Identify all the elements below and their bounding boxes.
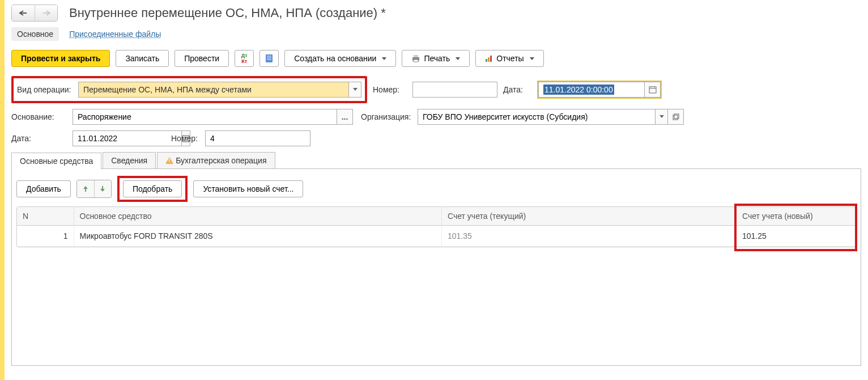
outer-sidebar bbox=[0, 0, 5, 370]
detail-tabs: Основные средства Сведения Бухгалтерская… bbox=[11, 152, 861, 169]
number-input[interactable] bbox=[412, 82, 497, 98]
cell-acc-new: 101.25 bbox=[737, 226, 856, 247]
col-acc-new[interactable]: Счет учета (новый) bbox=[737, 207, 856, 226]
calendar-icon bbox=[649, 86, 657, 94]
assets-table: N Основное средство Счет учета (текущий)… bbox=[16, 206, 856, 247]
arrow-down-icon bbox=[100, 185, 105, 192]
number2-label: Номер: bbox=[171, 134, 205, 143]
org-select-arrow[interactable] bbox=[656, 109, 668, 125]
tab-acc-op[interactable]: Бухгалтерская операция bbox=[157, 152, 275, 168]
nav-back-button[interactable] bbox=[12, 5, 35, 21]
svg-rect-10 bbox=[649, 87, 656, 93]
tab-info[interactable]: Сведения bbox=[103, 152, 156, 168]
svg-rect-6 bbox=[414, 60, 418, 62]
top-tab-files[interactable]: Присоединенные файлы bbox=[69, 27, 161, 41]
op-type-select-arrow[interactable] bbox=[349, 82, 361, 98]
basis-dots-button[interactable]: ... bbox=[337, 109, 353, 125]
post-button[interactable]: Провести bbox=[175, 50, 229, 67]
col-n[interactable]: N bbox=[17, 207, 74, 226]
set-new-account-button[interactable]: Установить новый счет... bbox=[193, 180, 303, 197]
reports-icon bbox=[485, 54, 493, 62]
svg-rect-7 bbox=[486, 59, 487, 62]
create-from-button[interactable]: Создать на основании bbox=[284, 50, 396, 67]
svg-rect-0 bbox=[266, 54, 273, 62]
svg-rect-9 bbox=[490, 56, 492, 62]
list-icon bbox=[265, 54, 273, 63]
list-icon-button[interactable] bbox=[259, 50, 279, 67]
dt-kt-button[interactable]: ДтКт bbox=[235, 50, 254, 67]
svg-rect-5 bbox=[414, 55, 418, 57]
top-tab-links: Основное Присоединенные файлы bbox=[11, 27, 861, 41]
cell-asset: Микроавтобус FORD TRANSIT 280S bbox=[74, 226, 442, 247]
table-toolbar: Добавить Подобрать Установить новый счет… bbox=[12, 169, 861, 206]
dt-kt-icon: ДтКт bbox=[241, 53, 248, 64]
save-button[interactable]: Записать bbox=[116, 50, 169, 67]
tab-assets[interactable]: Основные средства bbox=[11, 153, 101, 169]
number-label: Номер: bbox=[373, 85, 407, 94]
nav-forward-button[interactable] bbox=[35, 5, 57, 21]
arrow-left-icon bbox=[19, 10, 28, 16]
op-type-highlight: Вид операции: Перемещение ОС, НМА, НПА м… bbox=[11, 76, 367, 103]
svg-rect-15 bbox=[674, 114, 679, 119]
col-asset[interactable]: Основное средство bbox=[74, 207, 442, 226]
date-calendar-button[interactable] bbox=[645, 82, 661, 98]
basis-label: Основание: bbox=[11, 112, 73, 121]
move-up-button[interactable] bbox=[77, 180, 94, 197]
move-row-group bbox=[76, 180, 112, 198]
warning-icon bbox=[165, 157, 173, 164]
arrow-up-icon bbox=[83, 185, 88, 192]
basis-input[interactable] bbox=[73, 109, 337, 125]
col-acc-current[interactable]: Счет учета (текущий) bbox=[442, 207, 737, 226]
org-input[interactable] bbox=[418, 109, 656, 125]
pick-button[interactable]: Подобрать bbox=[123, 180, 182, 197]
org-open-button[interactable] bbox=[668, 109, 684, 125]
nav-buttons bbox=[11, 5, 58, 22]
svg-rect-14 bbox=[673, 115, 678, 120]
date-value-selected: 11.01.2022 0:00:00 bbox=[543, 85, 614, 95]
print-icon bbox=[411, 54, 420, 62]
post-and-close-button[interactable]: Провести и закрыть bbox=[11, 50, 110, 67]
date-label: Дата: bbox=[503, 85, 531, 94]
cell-n: 1 bbox=[17, 226, 74, 247]
arrow-right-icon bbox=[42, 10, 51, 16]
op-type-label: Вид операции: bbox=[17, 85, 78, 94]
op-type-select[interactable]: Перемещение ОС, НМА, НПА между счетами bbox=[78, 82, 349, 98]
reports-button[interactable]: Отчеты bbox=[475, 50, 543, 67]
date2-label: Дата: bbox=[11, 134, 73, 143]
chevron-down-icon bbox=[353, 88, 358, 91]
toolbar: Провести и закрыть Записать Провести ДтК… bbox=[11, 50, 861, 67]
org-label: Организация: bbox=[361, 112, 418, 121]
cell-acc-current: 101.35 bbox=[442, 226, 737, 247]
top-tab-main[interactable]: Основное bbox=[11, 27, 59, 41]
pick-highlight: Подобрать bbox=[117, 176, 188, 202]
add-row-button[interactable]: Добавить bbox=[16, 180, 71, 197]
date2-input[interactable] bbox=[73, 130, 182, 146]
svg-rect-8 bbox=[488, 57, 490, 62]
open-icon bbox=[673, 113, 679, 120]
date-input[interactable]: 11.01.2022 0:00:00 bbox=[538, 82, 645, 98]
date-field-wrap: 11.01.2022 0:00:00 bbox=[537, 81, 662, 99]
table-row[interactable]: 1 Микроавтобус FORD TRANSIT 280S 101.35 … bbox=[17, 226, 856, 247]
move-down-button[interactable] bbox=[94, 180, 111, 197]
print-button[interactable]: Печать bbox=[402, 50, 470, 67]
page-title: Внутреннее перемещение ОС, НМА, НПА (соз… bbox=[69, 6, 386, 20]
chevron-down-icon bbox=[659, 115, 664, 119]
number2-input[interactable] bbox=[205, 130, 310, 146]
